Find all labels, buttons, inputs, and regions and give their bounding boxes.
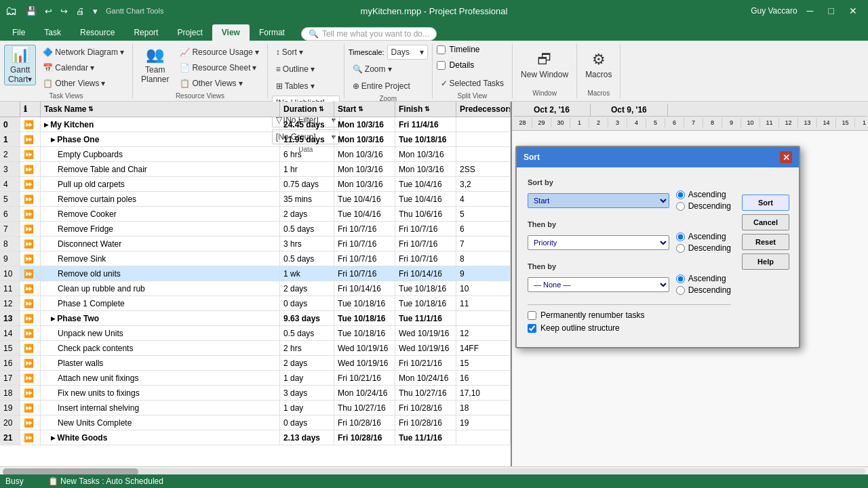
table-row[interactable]: 1 ⏩ ▸ Phase One 11.95 days Mon 10/3/16 T… — [0, 132, 511, 147]
descending-radio-1[interactable]: Descending — [676, 201, 731, 211]
days-dropdown[interactable]: Days ▾ — [387, 45, 428, 60]
resource-usage-button[interactable]: 📈 Resource Usage ▾ — [176, 45, 262, 60]
close-window-button[interactable]: ✕ — [844, 3, 863, 19]
table-row[interactable]: 12 ⏩ Phase 1 Complete 0 days Tue 10/18/1… — [0, 296, 511, 311]
table-row[interactable]: 18 ⏩ Fix new units to fixings 3 days Mon… — [0, 386, 511, 401]
cancel-button[interactable]: Cancel — [742, 214, 789, 230]
outline-icon: ≡ — [276, 64, 281, 74]
tables-button[interactable]: ⊞ Tables ▾ — [272, 79, 319, 94]
sort-by-label: Sort by — [528, 178, 731, 186]
entire-project-label: Entire Project — [361, 81, 410, 91]
table-row[interactable]: 11 ⏩ Clean up rubble and rub 2 days Fri … — [0, 281, 511, 296]
ascending-radio-2[interactable]: Ascending — [676, 232, 731, 241]
table-row[interactable]: 15 ⏩ Check pack contents 2 hrs Wed 10/19… — [0, 341, 511, 356]
sort-action-button[interactable]: Sort — [742, 195, 789, 211]
row-finish: Fri 10/7/16 — [395, 251, 456, 266]
details-checkbox-row[interactable]: Details — [437, 60, 475, 70]
tab-report[interactable]: Report — [124, 24, 167, 41]
outline-button[interactable]: ≡ Outline ▾ — [272, 62, 319, 77]
table-row[interactable]: 19 ⏩ Insert internal shelving 1 day Thu … — [0, 401, 511, 415]
tab-task[interactable]: Task — [35, 24, 71, 41]
descending-radio-3[interactable]: Descending — [676, 285, 731, 295]
then-by-1-select[interactable]: Priority — None — Duration Name Finish — [528, 235, 669, 250]
timeline-checkbox[interactable] — [437, 45, 446, 54]
table-row[interactable]: 8 ⏩ Disconnect Water 3 hrs Fri 10/7/16 F… — [0, 237, 511, 251]
table-row[interactable]: 21 ⏩ ▸ White Goods 2.13 days Fri 10/28/1… — [0, 430, 511, 445]
then-by-1-label: Then by — [528, 220, 731, 228]
table-row[interactable]: 2 ⏩ Empty Cupboards 6 hrs Mon 10/3/16 Mo… — [0, 147, 511, 162]
selected-tasks-button[interactable]: ✓ Selected Tasks — [437, 76, 509, 91]
table-row[interactable]: 6 ⏩ Remove Cooker 2 days Tue 10/4/16 Thu… — [0, 207, 511, 222]
tab-project[interactable]: Project — [167, 24, 212, 41]
table-row[interactable]: 13 ⏩ ▸ Phase Two 9.63 days Tue 10/18/16 … — [0, 311, 511, 326]
print-button[interactable]: 🖨 — [73, 5, 87, 18]
row-pred: 19 — [456, 415, 511, 430]
sort-icon-dur: ⇅ — [319, 106, 324, 113]
redo-button[interactable]: ↪ — [58, 5, 71, 18]
sort-label: Sort — [282, 47, 297, 57]
ascending-radio-3[interactable]: Ascending — [676, 274, 731, 283]
header-duration[interactable]: Duration ⇅ — [280, 102, 334, 117]
calendar-button[interactable]: 📅 Calendar ▾ — [39, 60, 128, 75]
minimize-button[interactable]: ─ — [802, 3, 819, 19]
tab-view[interactable]: View — [212, 24, 250, 41]
team-planner-button[interactable]: 👥 TeamPlanner — [137, 45, 173, 85]
timeline-checkbox-row[interactable]: Timeline — [437, 45, 480, 54]
header-task-name[interactable]: Task Name ⇅ — [41, 102, 280, 117]
row-finish: Fri 10/28/16 — [395, 415, 456, 430]
then-by-2-select[interactable]: — None — Priority Duration Name Finish — [528, 277, 669, 292]
row-task-name: Insert internal shelving — [41, 401, 280, 415]
help-button[interactable]: Help — [742, 253, 789, 270]
perm-renumber-row[interactable]: Permanently renumber tasks — [528, 310, 731, 320]
table-row[interactable]: 9 ⏩ Remove Sink 0.5 days Fri 10/7/16 Fri… — [0, 251, 511, 266]
maximize-button[interactable]: □ — [823, 3, 840, 19]
details-checkbox[interactable] — [437, 61, 446, 70]
keep-outline-checkbox[interactable] — [528, 324, 536, 333]
network-diagram-button[interactable]: 🔷 Network Diagram ▾ — [39, 45, 128, 60]
tab-resource[interactable]: Resource — [71, 24, 124, 41]
resource-sheet-button[interactable]: 📄 Resource Sheet ▾ — [176, 60, 262, 75]
sort-button[interactable]: ↕ Sort ▾ — [272, 45, 307, 60]
views-icon: 📋 — [43, 79, 53, 88]
keep-outline-row[interactable]: Keep outline structure — [528, 323, 731, 333]
table-row[interactable]: 10 ⏩ Remove old units 1 wk Fri 10/7/16 F… — [0, 266, 511, 281]
ascending-radio-input-3[interactable] — [676, 274, 685, 283]
descending-radio-input-3[interactable] — [676, 286, 685, 295]
ascending-radio-input-2[interactable] — [676, 232, 685, 241]
descending-radio-input-2[interactable] — [676, 244, 685, 253]
ascending-radio-1[interactable]: Ascending — [676, 190, 731, 199]
table-row[interactable]: 14 ⏩ Unpack new Units 0.5 days Tue 10/18… — [0, 326, 511, 341]
undo-button[interactable]: ↩ — [42, 5, 55, 18]
macros-button[interactable]: ⚙ Macros — [581, 45, 616, 85]
table-row[interactable]: 16 ⏩ Plaster walls 2 days Wed 10/19/16 F… — [0, 356, 511, 371]
sort-by-select[interactable]: Start Priority Duration Name Finish — [528, 193, 669, 208]
header-start[interactable]: Start ⇅ — [334, 102, 395, 117]
table-row[interactable]: 0 ⏩ ▸ My Kitchen 24.45 days Mon 10/3/16 … — [0, 117, 511, 132]
gantt-chart-button[interactable]: 📊 GanttChart▾ — [4, 45, 36, 85]
tab-format[interactable]: Format — [250, 24, 294, 41]
other-views-resource-button[interactable]: 📋 Other Views ▾ — [176, 76, 262, 91]
table-row[interactable]: 3 ⏩ Remove Table and Chair 1 hr Mon 10/3… — [0, 162, 511, 177]
new-window-button[interactable]: 🗗 New Window — [517, 45, 572, 85]
table-row[interactable]: 20 ⏩ New Units Complete 0 days Fri 10/28… — [0, 415, 511, 430]
tab-file[interactable]: File — [3, 24, 35, 41]
table-row[interactable]: 7 ⏩ Remove Fridge 0.5 days Fri 10/7/16 F… — [0, 222, 511, 237]
entire-project-button[interactable]: ⊕ Entire Project — [349, 79, 414, 94]
perm-renumber-checkbox[interactable] — [528, 311, 536, 320]
table-row[interactable]: 4 ⏩ Pull up old carpets 0.75 days Mon 10… — [0, 177, 511, 192]
header-finish[interactable]: Finish ⇅ — [395, 102, 456, 117]
save-button[interactable]: 💾 — [23, 5, 39, 18]
dialog-close-button[interactable]: ✕ — [780, 151, 792, 163]
gantt-day-cell: 6 — [665, 118, 684, 127]
more-button[interactable]: ▾ — [90, 5, 100, 18]
descending-radio-2[interactable]: Descending — [676, 243, 731, 253]
ascending-radio-input-1[interactable] — [676, 190, 685, 199]
reset-button[interactable]: Reset — [742, 234, 789, 250]
table-row[interactable]: 17 ⏩ Attach new unit fixings 1 day Fri 1… — [0, 371, 511, 386]
header-pred[interactable]: Predecessors — [456, 102, 511, 117]
other-views-task-button[interactable]: 📋 Other Views ▾ — [39, 76, 128, 91]
descending-radio-input-1[interactable] — [676, 202, 685, 211]
table-row[interactable]: 5 ⏩ Remove curtain poles 35 mins Tue 10/… — [0, 192, 511, 207]
zoom-button[interactable]: 🔍 Zoom ▾ — [349, 62, 396, 77]
tell-me-input[interactable]: 🔍 Tell me what you want to do... — [301, 27, 437, 41]
